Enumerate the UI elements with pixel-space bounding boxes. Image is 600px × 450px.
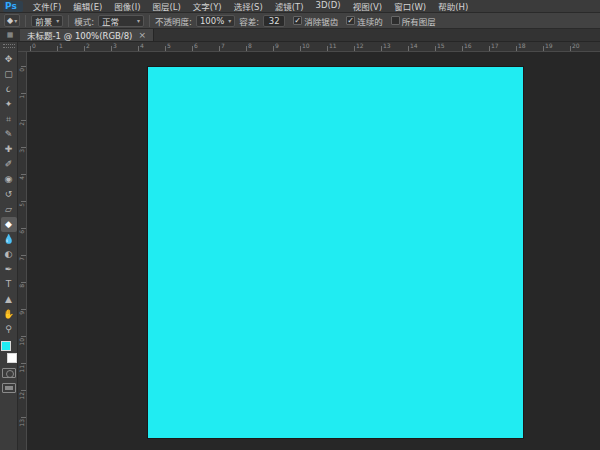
- blend-mode-value: 正常: [102, 15, 119, 27]
- ruler-tick: [300, 46, 301, 51]
- blur-tool[interactable]: 💧: [1, 232, 17, 247]
- ruler-tick: [462, 46, 463, 51]
- screen-mode-button[interactable]: [2, 383, 16, 393]
- document-tab-bar: ▦ 未标题-1 @ 100%(RGB/8) ×: [0, 29, 600, 42]
- ruler-tick: [354, 46, 355, 51]
- ruler-tick-label: 6: [194, 42, 198, 49]
- ruler-tick-label: 2: [86, 42, 90, 49]
- ruler-tick: [516, 46, 517, 51]
- menu-item-2[interactable]: 图像(I): [108, 0, 146, 12]
- ruler-tick-label: 6: [18, 230, 25, 234]
- separator: [149, 15, 150, 27]
- checkbox-2[interactable]: 所有图层: [391, 15, 436, 27]
- move-tool[interactable]: ✥: [1, 52, 17, 67]
- eyedropper-tool[interactable]: ✎: [1, 127, 17, 142]
- horizontal-ruler[interactable]: 01234567891011121314151617181920: [18, 42, 600, 52]
- workspace: [28, 52, 600, 450]
- panel-toggle-icon[interactable]: ▦: [0, 29, 20, 41]
- ruler-tick-label: 20: [572, 42, 580, 49]
- healing-brush-tool[interactable]: ✚: [1, 142, 17, 157]
- dodge-tool[interactable]: ◐: [1, 247, 17, 262]
- ruler-tick: [435, 46, 436, 51]
- menu-item-9[interactable]: 窗口(W): [388, 0, 432, 12]
- tool-preset-picker[interactable]: ◆ ▾: [4, 14, 20, 27]
- ruler-tick: [246, 46, 247, 51]
- ruler-tick-label: 10: [302, 42, 310, 49]
- close-icon[interactable]: ×: [138, 30, 146, 40]
- ruler-tick-label: 15: [437, 42, 445, 49]
- menu-item-0[interactable]: 文件(F): [27, 0, 68, 12]
- fill-source-dropdown[interactable]: 前景 ▾: [31, 15, 63, 27]
- eraser-tool[interactable]: ▱: [1, 202, 17, 217]
- menu-item-1[interactable]: 编辑(E): [67, 0, 108, 12]
- foreground-color-swatch[interactable]: [1, 341, 11, 351]
- separator: [68, 15, 69, 27]
- vertical-ruler[interactable]: 012345678910111213: [18, 52, 27, 450]
- ruler-tick: [165, 46, 166, 51]
- ruler-tick: [570, 46, 571, 51]
- menu-items: 文件(F)编辑(E)图像(I)图层(L)文字(Y)选择(S)滤镜(T)3D(D)…: [27, 0, 474, 12]
- opacity-dropdown[interactable]: 100% ▾: [196, 15, 235, 27]
- ruler-tick: [408, 46, 409, 51]
- ruler-tick: [489, 46, 490, 51]
- background-color-swatch[interactable]: [7, 353, 17, 363]
- ruler-tick-label: 5: [167, 42, 171, 49]
- ruler-tick: [327, 46, 328, 51]
- separator: [25, 15, 26, 27]
- lasso-tool[interactable]: ૮: [1, 82, 17, 97]
- checkbox-checked-icon: ✓: [346, 16, 355, 25]
- ruler-tick-label: 11: [329, 42, 337, 49]
- ruler-tick-label: 2: [18, 122, 25, 126]
- ruler-tick-label: 14: [410, 42, 418, 49]
- paint-bucket-icon: ◆: [7, 16, 13, 25]
- ruler-tick-label: 7: [221, 42, 225, 49]
- rectangular-marquee-tool[interactable]: ▢: [1, 67, 17, 82]
- menu-item-8[interactable]: 视图(V): [347, 0, 388, 12]
- checkbox-label: 连续的: [357, 15, 383, 27]
- ruler-tick-label: 0: [32, 42, 36, 49]
- menu-bar: Ps 文件(F)编辑(E)图像(I)图层(L)文字(Y)选择(S)滤镜(T)3D…: [0, 0, 600, 13]
- path-selection-tool[interactable]: ▲: [1, 292, 17, 307]
- ruler-tick-label: 4: [140, 42, 144, 49]
- checkbox-1[interactable]: ✓连续的: [346, 15, 383, 27]
- crop-tool[interactable]: ⌗: [1, 112, 17, 127]
- paint-bucket-tool[interactable]: ◆: [1, 217, 17, 232]
- menu-item-10[interactable]: 帮助(H): [432, 0, 474, 12]
- quick-mask-button[interactable]: [2, 368, 16, 378]
- ruler-tick-label: 9: [275, 42, 279, 49]
- blend-mode-dropdown[interactable]: 正常 ▾: [98, 15, 144, 27]
- document-tab[interactable]: 未标题-1 @ 100%(RGB/8) ×: [20, 29, 154, 41]
- hand-tool[interactable]: ✋: [1, 307, 17, 322]
- brush-tool[interactable]: ✐: [1, 157, 17, 172]
- ruler-tick-label: 3: [18, 149, 25, 153]
- ruler-tick: [84, 46, 85, 51]
- type-tool[interactable]: T: [1, 277, 17, 292]
- color-swatches: [1, 341, 17, 363]
- ruler-tick: [138, 46, 139, 51]
- checkbox-0[interactable]: ✓消除锯齿: [293, 15, 338, 27]
- quick-selection-tool[interactable]: ✦: [1, 97, 17, 112]
- menu-item-3[interactable]: 图层(L): [146, 0, 186, 12]
- menu-item-5[interactable]: 选择(S): [228, 0, 269, 12]
- ruler-tick: [57, 46, 58, 51]
- history-brush-tool[interactable]: ↺: [1, 187, 17, 202]
- photoshop-logo: Ps: [3, 1, 23, 12]
- ruler-tick: [219, 46, 220, 51]
- ruler-tick: [381, 46, 382, 51]
- toolbar-grip[interactable]: [3, 44, 15, 48]
- pen-tool[interactable]: ✒: [1, 262, 17, 277]
- ruler-tick-label: 9: [18, 311, 25, 315]
- menu-item-4[interactable]: 文字(Y): [187, 0, 228, 12]
- tolerance-label: 容差:: [239, 15, 259, 27]
- menu-item-6[interactable]: 滤镜(T): [269, 0, 310, 12]
- zoom-tool[interactable]: ⚲: [1, 322, 17, 337]
- chevron-down-icon: ▾: [56, 17, 59, 24]
- checkbox-label: 所有图层: [402, 15, 436, 27]
- ruler-tick-label: 12: [356, 42, 364, 49]
- chevron-down-icon: ▾: [137, 17, 140, 24]
- options-checkboxes: ✓消除锯齿✓连续的所有图层: [293, 15, 436, 27]
- document-canvas[interactable]: [148, 67, 523, 438]
- clone-stamp-tool[interactable]: ◉: [1, 172, 17, 187]
- tolerance-input[interactable]: [263, 15, 285, 27]
- menu-item-7[interactable]: 3D(D): [310, 0, 347, 12]
